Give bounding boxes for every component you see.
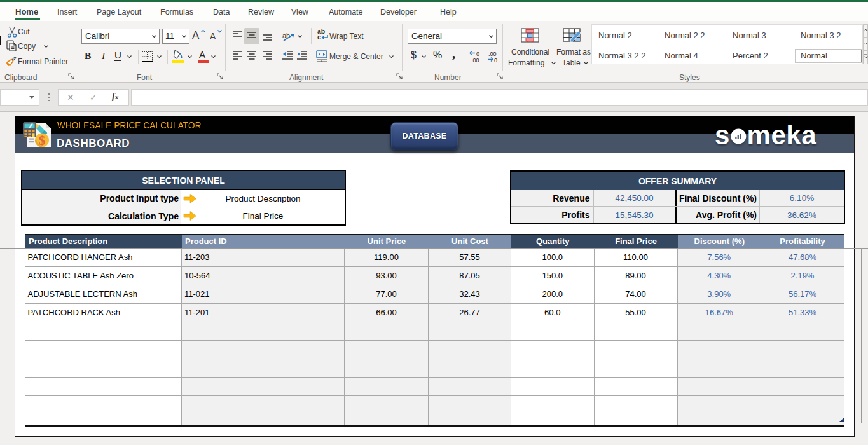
- svg-text:0: 0: [476, 51, 479, 57]
- svg-text:.00: .00: [471, 57, 479, 63]
- svg-text:.00: .00: [488, 51, 497, 57]
- svg-text:0: 0: [494, 57, 497, 63]
- svg-text:$: $: [39, 134, 45, 147]
